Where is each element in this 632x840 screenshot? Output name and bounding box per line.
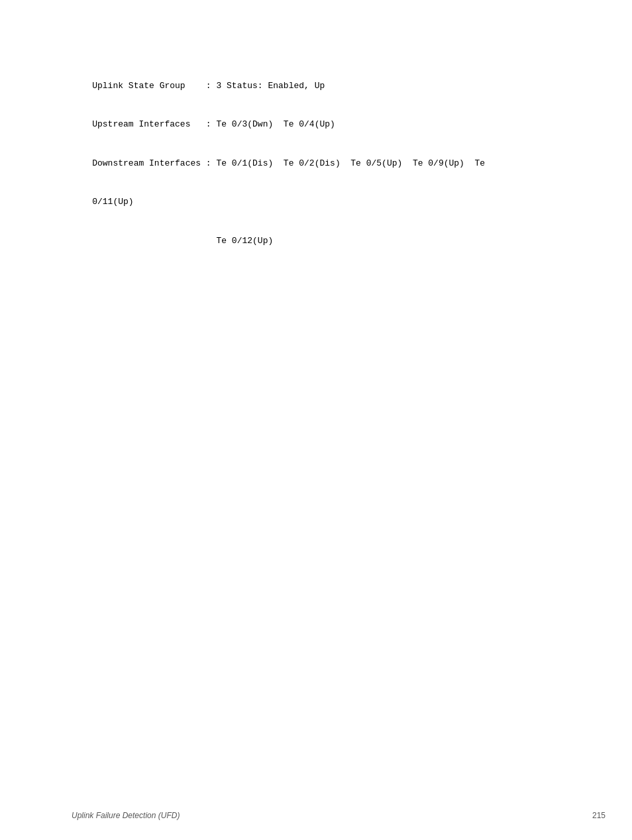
line1: Uplink State Group : 3 Status: Enabled, … xyxy=(92,81,325,91)
footer-left-text: Uplink Failure Detection (UFD) xyxy=(72,811,180,820)
line5: Te 0/12(Up) xyxy=(92,236,273,246)
footer-page-number: 215 xyxy=(592,811,606,820)
footer: Uplink Failure Detection (UFD) 215 xyxy=(72,811,606,820)
content-area: Uplink State Group : 3 Status: Enabled, … xyxy=(72,66,606,260)
line2: Upstream Interfaces : Te 0/3(Dwn) Te 0/4… xyxy=(92,119,335,129)
terminal-output: Uplink State Group : 3 Status: Enabled, … xyxy=(72,66,606,260)
line4: 0/11(Up) xyxy=(92,197,133,207)
line3: Downstream Interfaces : Te 0/1(Dis) Te 0… xyxy=(92,158,485,168)
